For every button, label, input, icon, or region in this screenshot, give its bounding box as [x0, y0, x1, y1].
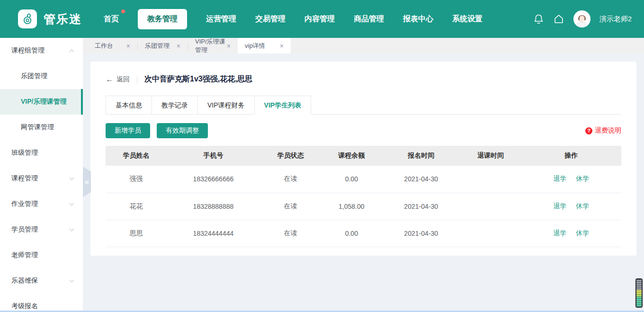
validity-adjust-button[interactable]: 有效期调整: [157, 123, 208, 138]
suspend-school-link[interactable]: 休学: [576, 202, 589, 210]
nav-item-operations[interactable]: 运营管理: [206, 9, 236, 29]
sidebar-item-label: 乐器维保: [11, 276, 70, 285]
sidebar-item-instrument-maintenance[interactable]: 乐器维保: [0, 268, 83, 294]
tab-vip-course-finance[interactable]: VIP课程财务: [197, 96, 255, 115]
cell-quit-date: [460, 166, 521, 193]
refund-note-link[interactable]: ? 退费说明: [585, 126, 621, 135]
cell-quit-date: [460, 193, 521, 220]
sidebar-item-label: 课程组管理: [11, 46, 70, 55]
nav-item-content[interactable]: 内容管理: [304, 9, 335, 29]
sidebar-item-course-groups[interactable]: 课程组管理: [0, 38, 83, 63]
page-title: 次中音萨克斯1v3强强,花花,思思: [144, 74, 252, 84]
workspace-tab-vip-theory[interactable]: VIP/乐理课管理 ×: [188, 38, 238, 53]
home-icon[interactable]: [553, 13, 564, 25]
navbar-right: 演示老师2: [533, 10, 632, 27]
chevron-down-icon: [70, 201, 74, 205]
recording-indicator-stripes: [636, 279, 642, 307]
sidebar-item-label: 学员管理: [11, 225, 70, 234]
header-quit-date: 退课时间: [460, 146, 521, 166]
logo-instrument-icon: [18, 9, 37, 28]
students-table: 学员姓名 手机号 学员状态 课程余额 报名时间 退课时间 操作 强强 18326: [106, 146, 621, 247]
collapse-sidebar-icon[interactable]: <: [83, 167, 91, 197]
cell-quit-date: [460, 220, 521, 247]
sidebar-item-label: 作业管理: [11, 200, 70, 208]
nav-item-products[interactable]: 商品管理: [354, 9, 384, 29]
nav-item-settings[interactable]: 系统设置: [452, 9, 483, 29]
page-head: ← 返回 次中音萨克斯1v3强强,花花,思思: [106, 74, 621, 84]
tab-teaching-records[interactable]: 教学记录: [152, 96, 198, 115]
user-name[interactable]: 演示老师2: [599, 15, 632, 24]
quit-school-link[interactable]: 退学: [553, 175, 566, 182]
close-icon[interactable]: ×: [177, 43, 180, 49]
nav-item-label: 交易管理: [255, 15, 286, 23]
cell-balance: 0.00: [321, 220, 382, 247]
nav-item-transactions[interactable]: 交易管理: [255, 9, 286, 29]
close-icon[interactable]: ×: [280, 43, 284, 49]
brand[interactable]: 管乐迷: [18, 9, 82, 28]
detail-card: ← 返回 次中音萨克斯1v3强强,花花,思思 基本信息 教学记录 VIP课程财务…: [90, 62, 636, 256]
cell-actions: 退学 休学: [521, 166, 621, 193]
quit-school-link[interactable]: 退学: [553, 202, 566, 210]
detail-tabs: 基本信息 教学记录 VIP课程财务 VIP学生列表: [106, 96, 621, 115]
cell-phone: 18324444444: [167, 220, 260, 247]
cell-student-name: 强强: [106, 166, 167, 193]
sidebar-item-label: 班级管理: [11, 149, 73, 157]
back-button[interactable]: ← 返回: [106, 75, 130, 84]
sidebar-item-online-course-mgmt[interactable]: 网管课管理: [0, 115, 83, 140]
question-circle-icon: ?: [585, 127, 592, 134]
nav-item-academic[interactable]: 教务管理: [138, 9, 187, 29]
close-icon[interactable]: ×: [126, 43, 130, 49]
cell-enroll-date: 2021-04-30: [382, 193, 460, 220]
nav-item-label: 教务管理: [147, 15, 178, 23]
nav-item-label: 内容管理: [304, 15, 335, 23]
sidebar-item-vip-theory-mgmt[interactable]: VIP/乐理课管理: [0, 89, 83, 115]
avatar[interactable]: [573, 10, 590, 27]
nav-item-label: 系统设置: [452, 15, 483, 23]
sidebar-item-label: 乐团管理: [21, 72, 73, 80]
nav-item-home[interactable]: 首页: [104, 9, 119, 29]
cell-student-name: 花花: [106, 193, 167, 220]
workspace-tab-dashboard[interactable]: 工作台 ×: [88, 38, 137, 53]
header-actions: 操作: [521, 146, 621, 166]
sidebar-item-student-mgmt[interactable]: 学员管理: [0, 217, 83, 242]
table-row: 花花 18328888888 在读 1,058.00 2021-04-30 退学…: [106, 193, 621, 220]
nav-item-label: 商品管理: [354, 15, 384, 23]
chevron-down-icon: [70, 277, 74, 282]
sidebar-item-teacher-mgmt[interactable]: 老师管理: [0, 242, 83, 268]
sidebar-item-course-mgmt[interactable]: 课程管理: [0, 166, 83, 191]
notification-dot: [121, 9, 125, 13]
workspace-tab-vip-detail[interactable]: vip详情 ×: [238, 38, 291, 53]
sidebar-item-label: 老师管理: [11, 251, 73, 259]
workspace-tab-label: 乐团管理: [145, 42, 170, 50]
cell-actions: 退学 休学: [521, 220, 621, 247]
sidebar-item-class-mgmt[interactable]: 班级管理: [0, 140, 83, 166]
table-row: 思思 18324444444 在读 0.00 2021-04-30 退学 休学: [106, 220, 621, 247]
close-icon[interactable]: ×: [227, 43, 231, 49]
workspace-tab-label: VIP/乐理课管理: [195, 37, 227, 54]
recording-indicator-widget: [635, 278, 643, 308]
add-student-button[interactable]: 新增学员: [106, 123, 150, 138]
sidebar-item-orchestra-mgmt[interactable]: 乐团管理: [0, 63, 83, 89]
workspace-tab-label: 工作台: [95, 42, 113, 50]
sidebar-item-homework-mgmt[interactable]: 作业管理: [0, 191, 83, 217]
bell-icon[interactable]: [533, 13, 544, 25]
quit-school-link[interactable]: 退学: [553, 229, 566, 237]
header-balance: 课程余额: [321, 146, 382, 166]
sidebar-item-label: 考级报名: [11, 302, 73, 311]
workspace-tab-orchestra[interactable]: 乐团管理 ×: [138, 38, 188, 53]
nav-item-label: 运营管理: [206, 15, 236, 23]
table-header-row: 学员姓名 手机号 学员状态 课程余额 报名时间 退课时间 操作: [106, 146, 621, 166]
tab-basic-info[interactable]: 基本信息: [106, 96, 152, 115]
cell-balance: 1,058.00: [321, 193, 382, 220]
sidebar-item-exam-registration[interactable]: 考级报名: [0, 294, 83, 312]
header-status: 学员状态: [260, 146, 321, 166]
nav-item-label: 首页: [104, 15, 119, 23]
brand-name: 管乐迷: [44, 11, 82, 27]
cell-status: 在读: [260, 166, 321, 193]
suspend-school-link[interactable]: 休学: [576, 229, 589, 237]
cell-status: 在读: [260, 193, 321, 220]
tab-vip-student-list[interactable]: VIP学生列表: [254, 96, 312, 115]
suspend-school-link[interactable]: 休学: [576, 175, 589, 182]
nav-item-reports[interactable]: 报表中心: [403, 9, 433, 29]
cell-balance: 0.00: [321, 166, 382, 193]
